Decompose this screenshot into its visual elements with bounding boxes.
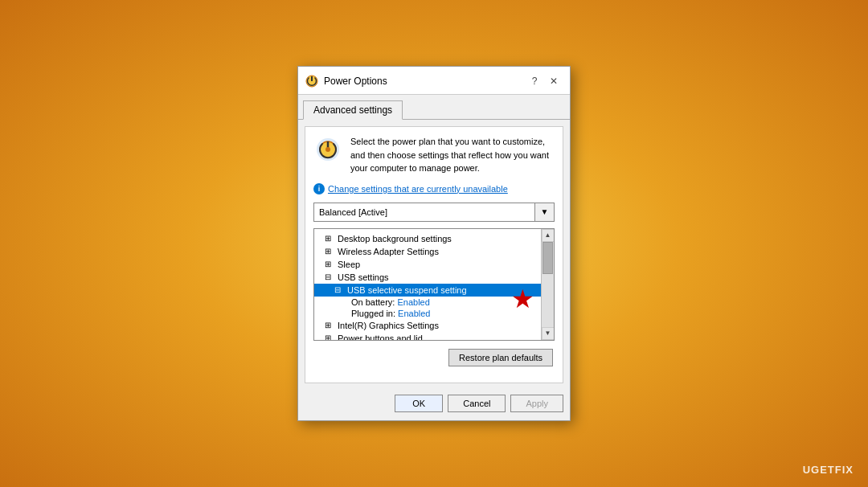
tree-label-usb: USB settings — [338, 272, 389, 282]
help-button[interactable]: ? — [526, 73, 542, 89]
tree-item-desktop-bg[interactable]: ⊞Desktop background settings — [314, 232, 541, 245]
tree-value-on-battery: On battery: Enabled — [314, 297, 541, 308]
title-bar: Power Options ? ✕ — [298, 67, 570, 95]
dialog: Power Options ? ✕ Advanced settings Sele… — [297, 66, 571, 421]
tree-label-power-buttons: Power buttons and lid — [338, 334, 423, 341]
change-settings-link[interactable]: Change settings that are currently unava… — [328, 184, 508, 194]
expand-icon-usb[interactable]: ⊟ — [322, 272, 334, 283]
link-icon: i — [313, 183, 325, 194]
power-options-icon — [305, 74, 319, 88]
tree-item-usb-suspend[interactable]: ⊟USB selective suspend setting — [314, 284, 541, 297]
tree-item-intel-graphics[interactable]: ⊞Intel(R) Graphics Settings — [314, 319, 541, 332]
dialog-body: Select the power plan that you want to c… — [305, 126, 563, 383]
advanced-settings-tab[interactable]: Advanced settings — [303, 100, 403, 120]
tree-item-usb[interactable]: ⊟USB settings — [314, 271, 541, 284]
expand-icon-usb-suspend[interactable]: ⊟ — [332, 284, 343, 296]
tree-label-sleep: Sleep — [338, 260, 360, 269]
scroll-up-button[interactable]: ▲ — [542, 229, 555, 242]
close-button[interactable]: ✕ — [546, 73, 562, 89]
tree-label-intel-graphics: Intel(R) Graphics Settings — [338, 321, 439, 330]
tree-item-wireless[interactable]: ⊞Wireless Adapter Settings — [314, 245, 541, 258]
svg-point-3 — [326, 147, 330, 152]
ok-button[interactable]: OK — [395, 395, 443, 412]
expand-icon-intel-graphics[interactable]: ⊞ — [322, 320, 334, 331]
expand-icon-wireless[interactable]: ⊞ — [322, 246, 334, 257]
expand-icon-desktop-bg[interactable]: ⊞ — [322, 233, 334, 244]
tree-item-power-buttons[interactable]: ⊞Power buttons and lid — [314, 332, 541, 341]
dropdown-arrow-icon[interactable]: ▼ — [535, 203, 555, 222]
dialog-title: Power Options — [324, 76, 387, 87]
power-icon — [313, 135, 342, 164]
cancel-button[interactable]: Cancel — [448, 395, 506, 412]
tree-label-wireless: Wireless Adapter Settings — [338, 247, 439, 256]
intro-text: Select the power plan that you want to c… — [350, 135, 555, 175]
plan-dropdown[interactable]: Balanced [Active] — [313, 203, 535, 222]
tree-container: ⊞Desktop background settings⊞Wireless Ad… — [313, 228, 555, 341]
expand-icon-power-buttons[interactable]: ⊞ — [322, 333, 334, 341]
tree-value-plugged-in: Plugged in: Enabled — [314, 308, 541, 319]
tree-label-desktop-bg: Desktop background settings — [338, 234, 452, 244]
expand-icon-sleep[interactable]: ⊞ — [322, 259, 334, 270]
restore-plan-defaults-button[interactable]: Restore plan defaults — [448, 349, 553, 366]
watermark: UGETFIX — [803, 464, 854, 476]
change-settings-link-row: i Change settings that are currently una… — [313, 183, 555, 194]
tree-label-usb-suspend: USB selective suspend setting — [347, 285, 467, 295]
scroll-down-button[interactable]: ▼ — [542, 327, 555, 340]
apply-button[interactable]: Apply — [510, 395, 563, 412]
scrollbar[interactable]: ▲ ▼ — [541, 229, 554, 340]
tree-item-sleep[interactable]: ⊞Sleep — [314, 258, 541, 271]
